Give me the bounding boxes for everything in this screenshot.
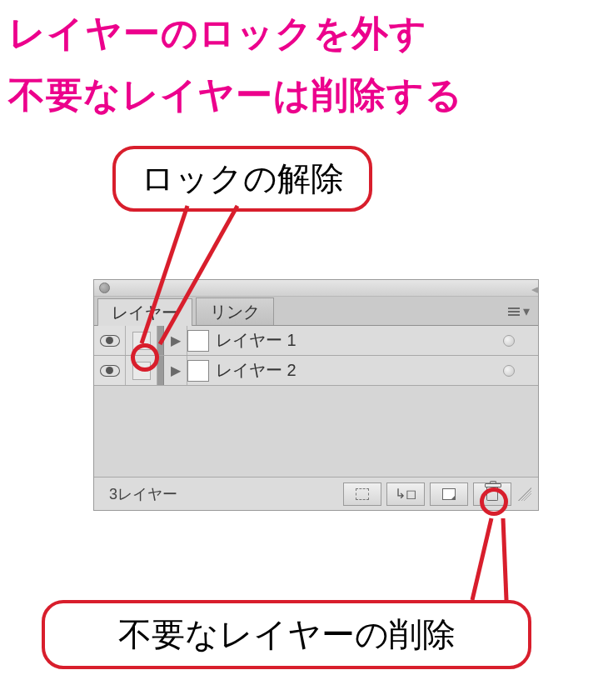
layer-list: ▶ レイヤー 1 ▶ レイヤー 2 xyxy=(94,326,538,386)
callout-unlock: ロックの解除 xyxy=(112,146,372,212)
callout-delete: 不要なレイヤーの削除 xyxy=(42,600,531,669)
tab-links-label: リンク xyxy=(210,302,260,321)
resize-grip-icon[interactable] xyxy=(518,488,531,501)
clipping-mask-icon xyxy=(356,488,369,500)
layer-row[interactable]: ▶ レイヤー 2 xyxy=(94,356,538,386)
layer-thumbnail xyxy=(187,330,209,352)
target-indicator[interactable] xyxy=(503,335,515,347)
disclosure-triangle[interactable]: ▶ xyxy=(164,356,187,385)
visibility-toggle[interactable] xyxy=(94,356,126,385)
highlight-ring-trash xyxy=(480,488,508,516)
panel-tab-row: レイヤー リンク ▾ xyxy=(94,297,538,326)
locate-object-button[interactable]: ↳◻ xyxy=(386,482,425,506)
panel-collapse-icon[interactable]: ◂◂ xyxy=(531,282,533,297)
headline-line-2: 不要なレイヤーは削除する xyxy=(0,62,608,123)
tab-links[interactable]: リンク xyxy=(196,298,274,325)
layer-thumbnail xyxy=(187,360,209,382)
panel-menu-button[interactable]: ▾ xyxy=(508,303,530,319)
callout-delete-text: 不要なレイヤーの削除 xyxy=(118,616,456,652)
layers-panel: ◂◂ レイヤー リンク ▾ ▶ レイヤー 1 xyxy=(93,279,539,511)
new-layer-icon xyxy=(442,488,456,500)
callout-unlock-text: ロックの解除 xyxy=(141,160,344,197)
tab-layers[interactable]: レイヤー xyxy=(97,298,192,326)
new-layer-button[interactable] xyxy=(430,482,468,506)
layer-row[interactable]: ▶ レイヤー 1 xyxy=(94,326,538,356)
layer-name-label[interactable]: レイヤー 2 xyxy=(216,359,503,382)
layer-name-label[interactable]: レイヤー 1 xyxy=(216,329,503,352)
visibility-toggle[interactable] xyxy=(94,326,126,355)
tab-layers-label: レイヤー xyxy=(112,303,178,322)
layer-color-bar xyxy=(157,326,164,355)
panel-close-dot[interactable] xyxy=(99,282,110,293)
panel-footer: 3レイヤー ↳◻ xyxy=(94,477,538,510)
highlight-ring-lock xyxy=(131,343,159,372)
panel-titlebar[interactable]: ◂◂ xyxy=(94,280,538,297)
hamburger-icon xyxy=(508,311,520,312)
clipping-mask-button[interactable] xyxy=(343,482,381,506)
disclosure-triangle[interactable]: ▶ xyxy=(164,326,187,355)
target-indicator[interactable] xyxy=(503,365,515,377)
chevron-down-icon: ▾ xyxy=(523,303,530,319)
eye-icon xyxy=(100,365,120,377)
headline-line-1: レイヤーのロックを外す xyxy=(0,0,608,62)
layer-count-label: 3レイヤー xyxy=(109,484,177,504)
locate-icon: ↳◻ xyxy=(395,486,416,502)
eye-icon xyxy=(100,335,120,347)
